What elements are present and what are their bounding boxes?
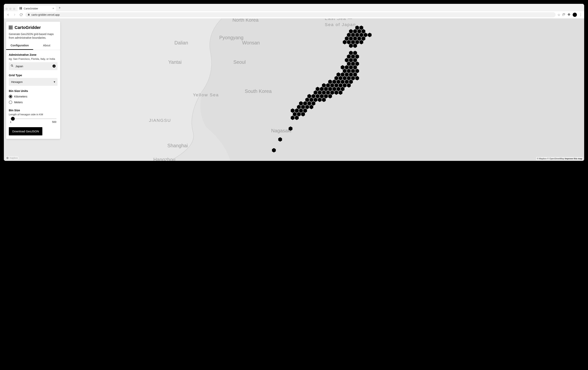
mapbox-logo: mapbox xyxy=(5,156,19,160)
svg-text:South Korea: South Korea xyxy=(245,89,272,94)
lock-icon xyxy=(28,13,30,16)
tab-title: CartoGridder xyxy=(24,7,38,10)
svg-line-30 xyxy=(12,66,13,67)
svg-point-28 xyxy=(6,157,9,159)
bin-size-hint: Length of hexagon side in KM xyxy=(9,113,57,116)
star-icon[interactable]: ☆ xyxy=(557,13,560,17)
tab-configuration[interactable]: Configuration xyxy=(6,41,33,50)
map-canvas[interactable]: JixiChangchunJILINTongliaoVladivostokLIA… xyxy=(4,19,584,161)
svg-text:East Sea —: East Sea — xyxy=(325,19,353,21)
close-tab-icon[interactable]: × xyxy=(52,7,54,10)
svg-text:Nagasaki: Nagasaki xyxy=(271,128,291,133)
radio-kilometers[interactable]: Kilometers xyxy=(9,94,57,99)
back-button[interactable] xyxy=(6,12,10,17)
map-attribution: © Mapbox © OpenStreetMap Improve this ma… xyxy=(536,157,583,160)
grid-type-title: Grid Type xyxy=(9,73,57,77)
svg-text:JIANGSU: JIANGSU xyxy=(149,118,171,123)
svg-text:Sea of Japan: Sea of Japan xyxy=(325,22,356,27)
download-button[interactable]: Download GeoJSON xyxy=(9,127,42,135)
menu-icon[interactable]: ⋮ xyxy=(579,13,582,17)
svg-text:Pyongyang: Pyongyang xyxy=(219,35,243,40)
clear-input-icon[interactable]: ✕ xyxy=(52,64,56,68)
bin-size-title: Bin Size xyxy=(9,109,57,112)
grid-icon xyxy=(9,26,13,30)
browser-tab[interactable]: CartoGridder × xyxy=(18,6,56,11)
forward-button[interactable] xyxy=(12,12,17,17)
radio-meters[interactable]: Meters xyxy=(9,99,57,105)
slider-min: 1 xyxy=(10,121,11,123)
search-icon xyxy=(11,64,13,68)
svg-text:Yellow Sea: Yellow Sea xyxy=(193,92,219,97)
app-brand: CartoGridder xyxy=(9,25,57,30)
address-bar[interactable]: carto-gridder.vercel.app xyxy=(25,12,556,17)
svg-text:North Korea: North Korea xyxy=(232,19,259,23)
zone-hint: eg: San Francisco, Florida, Italy, or In… xyxy=(9,57,57,60)
extensions-icon[interactable] xyxy=(567,13,570,17)
svg-text:Hangzhou: Hangzhou xyxy=(153,157,175,161)
favicon-grid-icon xyxy=(20,7,22,10)
svg-text:Yantai: Yantai xyxy=(168,59,182,65)
svg-text:Shanghai: Shanghai xyxy=(167,143,188,148)
reload-button[interactable] xyxy=(19,12,23,17)
svg-text:Dalian: Dalian xyxy=(174,40,188,45)
url-text: carto-gridder.vercel.app xyxy=(32,13,60,16)
svg-point-29 xyxy=(11,65,13,66)
svg-text:Seoul: Seoul xyxy=(233,59,246,65)
browser-chrome: CartoGridder × + carto-gridder.vercel.ap… xyxy=(4,4,584,19)
panel-tabs: Configuration About xyxy=(6,41,60,50)
svg-text:Wonsan: Wonsan xyxy=(242,40,260,45)
zone-title: Administrative Zone xyxy=(9,53,57,56)
grid-type-select[interactable]: Hexagon xyxy=(9,78,57,86)
tab-about[interactable]: About xyxy=(33,41,60,50)
slider-max: 500 xyxy=(52,121,56,123)
slider-thumb[interactable] xyxy=(11,117,15,121)
improve-map-link[interactable]: Improve this map xyxy=(565,157,582,160)
units-title: Bin Size Units xyxy=(9,89,57,92)
profile-avatar[interactable] xyxy=(573,13,577,17)
new-tab-button[interactable]: + xyxy=(57,6,62,11)
app-subtitle: Generate GeoJSON grid-based maps from ad… xyxy=(9,32,57,40)
control-panel: CartoGridder Generate GeoJSON grid-based… xyxy=(6,22,60,139)
font-query-icon[interactable]: f? xyxy=(563,13,565,16)
bin-size-slider[interactable] xyxy=(10,119,56,119)
window-controls[interactable] xyxy=(5,8,16,11)
zone-input[interactable] xyxy=(9,62,57,70)
